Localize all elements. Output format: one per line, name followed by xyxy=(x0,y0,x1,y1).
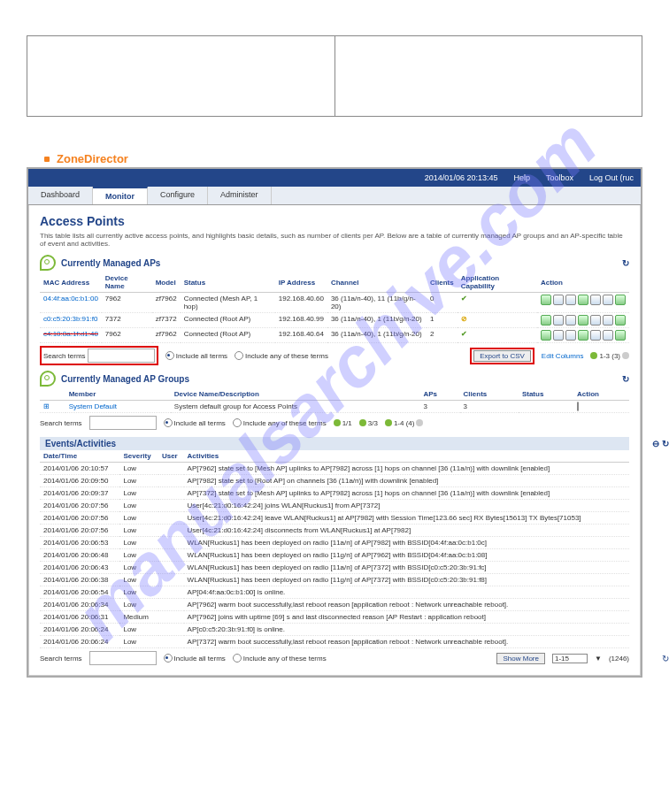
events-radio-all[interactable]: Include all terms xyxy=(164,654,226,663)
event-row: 2014/01/06 20:06:53LowWLAN[Ruckus1] has … xyxy=(40,537,629,549)
help-link[interactable]: Help xyxy=(513,173,530,182)
groups-search-input[interactable] xyxy=(89,416,157,430)
aps-table: MAC AddressDevice NameModelStatusIP Addr… xyxy=(40,272,629,343)
action-icon[interactable] xyxy=(553,295,564,305)
action-icon[interactable] xyxy=(541,330,551,341)
page-title: Access Points xyxy=(40,214,629,228)
section-managed-aps: Currently Managed APs ↻ xyxy=(40,255,629,271)
action-icon[interactable] xyxy=(615,330,626,341)
events-radio-any[interactable]: Include any of these terms xyxy=(233,654,327,663)
toolbox-link[interactable]: Toolbox xyxy=(546,173,573,182)
capability-icon: ✔ xyxy=(458,293,537,313)
action-icon[interactable] xyxy=(578,295,588,305)
tab-administer[interactable]: Administer xyxy=(208,187,272,204)
col-header[interactable]: Clients xyxy=(427,272,458,293)
events-header: Events/Activities ⊖ ↻ xyxy=(40,437,629,450)
groups-radio-all[interactable]: Include all terms xyxy=(164,418,226,427)
action-icon[interactable] xyxy=(565,295,576,305)
col-header[interactable]: MAC Address xyxy=(40,272,102,293)
ap-icon xyxy=(40,255,56,271)
tab-monitor[interactable]: Monitor xyxy=(93,187,148,204)
show-more-button[interactable]: Show More xyxy=(496,653,544,664)
brand-dot-icon xyxy=(44,157,50,162)
mac-link[interactable]: 04:4f:aa:0c:b1:00 xyxy=(40,293,102,313)
action-icon[interactable] xyxy=(615,295,626,305)
capability-icon: ✔ xyxy=(458,328,537,343)
groups-table: MemberDevice Name/DescriptionAPsClientsS… xyxy=(40,388,629,413)
event-row: 2014/01/06 20:06:43LowWLAN[Ruckus1] has … xyxy=(40,562,629,574)
doc-header-table xyxy=(27,35,642,117)
aps-search-input[interactable] xyxy=(88,349,155,363)
event-row: 2014/01/06 20:07:56LowUser[4c:21:d0:16:4… xyxy=(40,500,629,512)
topbar-datetime: 2014/01/06 20:13:45 xyxy=(425,173,498,182)
ap-icon xyxy=(40,371,56,387)
mac-link[interactable]: c0:c5:20:3b:91:f0 xyxy=(40,313,102,328)
col-header[interactable]: Device Name xyxy=(102,272,152,293)
action-icon[interactable] xyxy=(565,330,576,341)
event-row: 2014/01/06 20:06:24LowAP[c0:c5:20:3b:91:… xyxy=(40,624,629,636)
col-header[interactable]: Application Capability xyxy=(458,272,537,293)
table-row: c4:10:8a:1f:d1:407962zf7962Connected (Ro… xyxy=(40,328,629,343)
col-header[interactable]: Status xyxy=(181,272,275,293)
export-csv-highlight: Export to CSV xyxy=(470,348,534,364)
table-row: ⊞System DefaultSystem default group for … xyxy=(40,401,629,413)
expand-icon[interactable]: ⊞ xyxy=(40,401,65,413)
event-row: 2014/01/06 20:07:56LowUser[4c:21:d0:16:4… xyxy=(40,512,629,525)
action-icon[interactable] xyxy=(578,330,588,341)
refresh-icon[interactable]: ⊖ ↻ xyxy=(652,439,669,448)
event-row: 2014/01/06 20:07:56LowUser[4c:21:d0:16:4… xyxy=(40,525,629,537)
logout-link[interactable]: Log Out (ruc xyxy=(589,173,634,182)
action-icon[interactable] xyxy=(603,295,613,305)
action-icon[interactable] xyxy=(578,315,588,326)
action-icon[interactable] xyxy=(565,315,576,326)
aps-radio-any[interactable]: Include any of these terms xyxy=(235,351,328,360)
refresh-icon[interactable]: ↻ xyxy=(622,374,629,384)
action-icon[interactable] xyxy=(615,315,626,326)
col-header[interactable]: Action xyxy=(537,272,629,293)
tab-dashboard[interactable]: Dashboard xyxy=(28,187,93,204)
member-link[interactable]: System Default xyxy=(65,401,171,413)
table-row: c0:c5:20:3b:91:f07372zf7372Connected (Ro… xyxy=(40,313,629,328)
action-icon[interactable] xyxy=(603,330,613,341)
event-row: 2014/01/06 20:06:34LowAP[7962] warm boot… xyxy=(40,599,629,611)
edit-columns-link[interactable]: Edit Columns xyxy=(542,352,584,360)
event-row: 2014/01/06 20:06:48LowWLAN[Ruckus1] has … xyxy=(40,549,629,562)
action-icon[interactable] xyxy=(590,295,601,305)
col-header[interactable]: IP Address xyxy=(275,272,327,293)
groups-radio-any[interactable]: Include any of these terms xyxy=(233,418,327,427)
action-icon[interactable] xyxy=(553,315,564,326)
events-table: Date/TimeSeverityUserActivities 2014/01/… xyxy=(40,450,629,648)
section-ap-groups: Currently Managed AP Groups ↻ xyxy=(40,371,629,387)
export-csv-button[interactable]: Export to CSV xyxy=(473,350,531,362)
search-box-highlight: Search terms xyxy=(40,346,158,365)
event-row: 2014/01/06 20:09:37LowAP[7372] state set… xyxy=(40,487,629,500)
aps-radio-all[interactable]: Include all terms xyxy=(165,351,227,360)
action-icon[interactable] xyxy=(590,315,601,326)
event-row: 2014/01/06 20:06:24LowAP[7372] warm boot… xyxy=(40,636,629,648)
refresh-icon[interactable]: ↻ xyxy=(662,654,669,663)
col-header[interactable]: Model xyxy=(152,272,181,293)
refresh-icon[interactable]: ↻ xyxy=(622,258,629,268)
event-row: 2014/01/06 20:10:57LowAP[7962] state set… xyxy=(40,463,629,475)
main-tabs: Dashboard Monitor Configure Administer xyxy=(28,187,641,205)
mac-link[interactable]: c4:10:8a:1f:d1:40 xyxy=(40,328,102,343)
tab-configure[interactable]: Configure xyxy=(148,187,208,204)
events-search-input[interactable] xyxy=(89,651,157,665)
topbar: 2014/01/06 20:13:45 Help Toolbox Log Out… xyxy=(28,169,641,187)
table-row: 04:4f:aa:0c:b1:007962zf7962Connected (Me… xyxy=(40,293,629,313)
action-icon[interactable] xyxy=(603,315,613,326)
brand: ZoneDirector xyxy=(44,152,642,165)
action-icon[interactable] xyxy=(590,330,601,341)
event-row: 2014/01/06 20:06:38LowWLAN[Ruckus1] has … xyxy=(40,574,629,586)
action-icon[interactable] xyxy=(541,315,551,326)
event-row: 2014/01/06 20:06:31MediumAP[7962] joins … xyxy=(40,611,629,624)
action-icon[interactable] xyxy=(553,330,564,341)
page-description: This table lists all currently active ac… xyxy=(40,232,629,248)
edit-icon[interactable] xyxy=(577,402,579,411)
event-row: 2014/01/06 20:06:54LowAP[04:4f:aa:0c:b1:… xyxy=(40,586,629,599)
col-header[interactable]: Channel xyxy=(327,272,427,293)
events-range-select[interactable]: 1-15 xyxy=(552,654,588,663)
capability-icon: ⊘ xyxy=(458,313,537,328)
action-icon[interactable] xyxy=(541,295,551,305)
event-row: 2014/01/06 20:09:50LowAP[7982] state set… xyxy=(40,475,629,487)
